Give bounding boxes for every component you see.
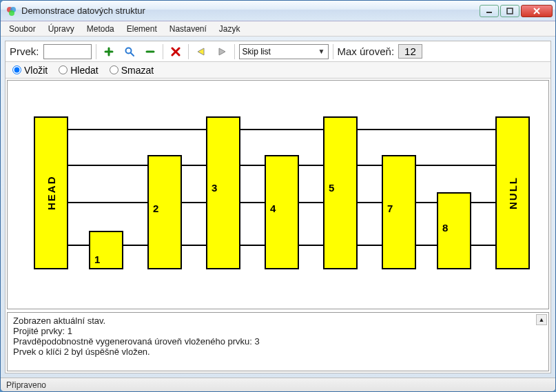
add-button[interactable]	[101, 43, 117, 60]
link	[68, 129, 206, 130]
menu-nastaveni[interactable]: Nastavení	[164, 23, 212, 35]
node-4: 4	[265, 155, 299, 269]
node-3: 3	[206, 116, 240, 269]
link	[182, 202, 206, 203]
link	[299, 245, 323, 246]
node-1: 1	[89, 231, 123, 269]
max-level-value: 12	[398, 44, 422, 59]
link	[471, 202, 495, 203]
link	[68, 202, 147, 203]
menu-jazyk[interactable]: Jazyk	[214, 23, 246, 35]
log-line: Projité prvky: 1	[13, 326, 543, 336]
link	[471, 245, 495, 246]
link	[358, 245, 382, 246]
client-area: Prvek: Skip	[5, 41, 551, 373]
menu-element[interactable]: Element	[121, 23, 163, 35]
skiplist-diagram: HEAD 1 2 3 4 5 7 8 NULL	[8, 81, 548, 309]
log-line: Prvek o klíči 2 byl úspěšně vložen.	[13, 347, 543, 357]
log-line: Pravděpodobnostně vygenerovaná úroveň vl…	[13, 336, 543, 347]
statusbar: Připraveno	[1, 378, 555, 391]
titlebar: Demonstrace datových struktur	[1, 1, 555, 21]
maximize-button[interactable]	[500, 5, 519, 17]
window-title: Demonstrace datových struktur	[21, 6, 480, 16]
node-5: 5	[323, 116, 358, 269]
menu-metoda[interactable]: Metoda	[81, 23, 120, 35]
radio-vlozit[interactable]: Vložit	[12, 65, 48, 76]
link	[358, 129, 495, 130]
log-line: Zobrazen aktuální stav.	[13, 316, 543, 326]
separator	[163, 44, 163, 59]
link	[416, 165, 495, 166]
toolbar: Prvek: Skip	[6, 41, 550, 62]
menu-soubor[interactable]: Soubor	[3, 23, 41, 35]
link	[68, 165, 147, 166]
separator	[234, 44, 235, 59]
max-level-label: Max úroveň:	[338, 45, 395, 57]
window-buttons	[480, 5, 553, 17]
separator	[188, 44, 189, 59]
svg-marker-13	[219, 48, 225, 55]
link	[68, 245, 89, 246]
link	[358, 202, 382, 203]
node-2: 2	[147, 155, 182, 269]
link	[182, 165, 206, 166]
log-panel: Zobrazen aktuální stav. Projité prvky: 1…	[7, 312, 549, 371]
structure-select[interactable]: Skip list ▼	[239, 44, 329, 59]
svg-point-2	[9, 10, 14, 16]
separator	[333, 44, 333, 59]
radio-hledat[interactable]: Hledat	[59, 65, 98, 76]
link	[240, 202, 265, 203]
close-button[interactable]	[521, 5, 553, 17]
prvek-label: Prvek:	[10, 45, 39, 57]
menu-upravy[interactable]: Úpravy	[43, 23, 80, 35]
app-icon	[6, 6, 17, 17]
minimize-button[interactable]	[480, 5, 499, 17]
remove-button[interactable]	[142, 43, 158, 60]
node-null: NULL	[495, 116, 530, 269]
node-7: 7	[382, 155, 416, 269]
delete-button[interactable]	[167, 43, 184, 60]
svg-line-8	[131, 53, 134, 56]
svg-rect-4	[507, 8, 513, 14]
node-8: 8	[437, 192, 471, 269]
visualization-canvas: HEAD 1 2 3 4 5 7 8 NULL	[7, 80, 549, 309]
scroll-up-button[interactable]: ▲	[536, 314, 547, 325]
link	[240, 165, 265, 166]
menubar: Soubor Úpravy Metoda Element Nastavení J…	[1, 21, 555, 37]
link	[416, 245, 437, 246]
link	[358, 165, 382, 166]
app-window: Demonstrace datových struktur Soubor Úpr…	[0, 0, 556, 392]
mode-radiobar: Vložit Hledat Smazat	[6, 62, 550, 79]
link	[240, 245, 265, 246]
search-button[interactable]	[121, 43, 138, 60]
status-text: Připraveno	[6, 380, 46, 390]
step-back-button[interactable]	[193, 43, 209, 60]
link	[299, 165, 323, 166]
link	[416, 202, 437, 203]
link	[299, 202, 323, 203]
svg-marker-12	[198, 48, 204, 55]
node-head: HEAD	[34, 116, 68, 269]
link	[182, 245, 206, 246]
chevron-down-icon: ▼	[318, 48, 325, 55]
prvek-input[interactable]	[43, 44, 92, 59]
radio-smazat[interactable]: Smazat	[110, 65, 154, 76]
step-forward-button[interactable]	[214, 43, 230, 60]
separator	[96, 44, 96, 59]
link	[123, 245, 147, 246]
link	[240, 129, 323, 130]
structure-select-value: Skip list	[243, 47, 271, 56]
